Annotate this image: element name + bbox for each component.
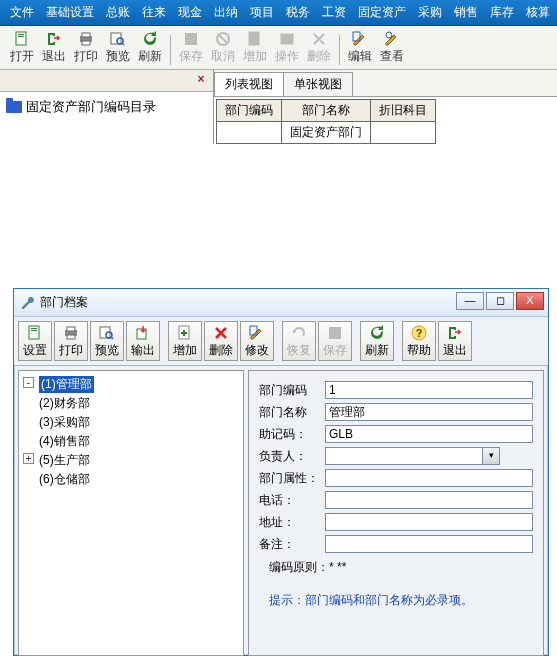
menu-item[interactable]: 固定资产 bbox=[352, 4, 412, 21]
col-header[interactable]: 部门名称 bbox=[282, 100, 371, 122]
dlg-toolbar-edit-button[interactable]: 修改 bbox=[240, 321, 274, 361]
separator bbox=[170, 35, 171, 65]
dlg-toolbar-add-button[interactable]: 增加 bbox=[168, 321, 202, 361]
folder-icon bbox=[6, 101, 22, 113]
menu-item[interactable]: 销售 bbox=[448, 4, 484, 21]
toolbar-label: 保存 bbox=[179, 48, 203, 65]
tree-item[interactable]: (6)仓储部 bbox=[21, 470, 241, 489]
field-label: 备注： bbox=[259, 536, 325, 553]
dropdown-button[interactable]: ▾ bbox=[482, 447, 500, 465]
toolbar-label: 退出 bbox=[42, 48, 66, 65]
separator bbox=[339, 35, 340, 65]
tree-item[interactable]: (4)销售部 bbox=[21, 432, 241, 451]
hint-text: 提示：部门编码和部门名称为必录项。 bbox=[269, 592, 533, 609]
svg-rect-16 bbox=[29, 326, 39, 339]
left-pane-header: × bbox=[0, 70, 213, 92]
expand-toggle[interactable]: - bbox=[23, 377, 34, 388]
tree-item[interactable]: +(5)生产部 bbox=[21, 451, 241, 470]
menu-item[interactable]: 采购 bbox=[412, 4, 448, 21]
svg-rect-10 bbox=[188, 40, 194, 45]
tree-item-label: (3)采购部 bbox=[39, 414, 90, 431]
manager-input[interactable] bbox=[325, 447, 483, 465]
toolbar-label: 恢复 bbox=[287, 342, 311, 359]
menu-item[interactable]: 项目 bbox=[244, 4, 280, 21]
address-input[interactable] bbox=[325, 513, 533, 531]
dlg-toolbar-help-button[interactable]: ?帮助 bbox=[402, 321, 436, 361]
dlg-toolbar-print-button[interactable]: 打印 bbox=[54, 321, 88, 361]
menu-item[interactable]: 基础设置 bbox=[40, 4, 100, 21]
menu-item[interactable]: 总账 bbox=[100, 4, 136, 21]
toolbar-edit-button[interactable]: 编辑 bbox=[344, 30, 376, 65]
menu-item[interactable]: 现金 bbox=[172, 4, 208, 21]
close-icon[interactable]: × bbox=[193, 72, 209, 88]
field-label: 负责人： bbox=[259, 448, 325, 465]
toolbar-label: 刷新 bbox=[365, 342, 389, 359]
dlg-toolbar-delred-button[interactable]: 删除 bbox=[204, 321, 238, 361]
close-button[interactable]: X bbox=[516, 292, 544, 310]
svg-rect-18 bbox=[31, 330, 37, 331]
dept-name-input[interactable] bbox=[325, 403, 533, 421]
tree-item[interactable]: -(1)管理部 bbox=[21, 375, 241, 394]
toolbar-view-button[interactable]: 查看 bbox=[376, 30, 408, 65]
cell bbox=[371, 122, 436, 144]
toolbar-label: 保存 bbox=[323, 342, 347, 359]
menu-item[interactable]: 工资 bbox=[316, 4, 352, 21]
dlg-toolbar-export-button[interactable]: 输出 bbox=[126, 321, 160, 361]
tree-root-label: 固定资产部门编码目录 bbox=[26, 98, 156, 116]
dept-code-input[interactable] bbox=[325, 381, 533, 399]
toolbar-label: 打印 bbox=[74, 48, 98, 65]
toolbar-exit-button[interactable]: 退出 bbox=[38, 30, 70, 65]
wrench-icon bbox=[20, 295, 36, 311]
tree-item[interactable]: (3)采购部 bbox=[21, 413, 241, 432]
right-pane: 列表视图 单张视图 部门编码 部门名称 折旧科目 固定资产部门 bbox=[214, 70, 557, 144]
table-row[interactable]: 固定资产部门 bbox=[217, 122, 436, 144]
tree-item-label: (5)生产部 bbox=[39, 452, 90, 469]
tab-single-view[interactable]: 单张视图 bbox=[283, 72, 353, 96]
toolbar-print-button[interactable]: 打印 bbox=[70, 30, 102, 65]
field-label: 地址： bbox=[259, 514, 325, 531]
expand-toggle[interactable]: + bbox=[23, 453, 34, 464]
menu-item[interactable]: 出纳 bbox=[208, 4, 244, 21]
toolbar-save-button: 保存 bbox=[175, 30, 207, 65]
cell bbox=[217, 122, 282, 144]
menu-item[interactable]: 库存 bbox=[484, 4, 520, 21]
menu-item[interactable]: 往来 bbox=[136, 4, 172, 21]
toolbar-label: 预览 bbox=[106, 48, 130, 65]
toolbar-refresh-button[interactable]: 刷新 bbox=[134, 30, 166, 65]
toolbar-label: 查看 bbox=[380, 48, 404, 65]
col-header[interactable]: 折旧科目 bbox=[371, 100, 436, 122]
toolbar-label: 刷新 bbox=[138, 48, 162, 65]
toolbar-doc-button[interactable]: 打开 bbox=[6, 30, 38, 65]
remark-input[interactable] bbox=[325, 535, 533, 553]
toolbar-label: 增加 bbox=[243, 48, 267, 65]
dlg-toolbar-doc-button[interactable]: 设置 bbox=[18, 321, 52, 361]
tree-root-item[interactable]: 固定资产部门编码目录 bbox=[0, 92, 213, 122]
tree-item[interactable]: (2)财务部 bbox=[21, 394, 241, 413]
minimize-button[interactable]: — bbox=[456, 292, 484, 310]
maximize-button[interactable]: ◻ bbox=[486, 292, 514, 310]
dialog-titlebar[interactable]: 部门档案 — ◻ X bbox=[14, 289, 548, 317]
phone-input[interactable] bbox=[325, 491, 533, 509]
dlg-toolbar-exit-button[interactable]: 退出 bbox=[438, 321, 472, 361]
dlg-toolbar-refresh-button[interactable]: 刷新 bbox=[360, 321, 394, 361]
menu-item[interactable]: 税务 bbox=[280, 4, 316, 21]
toolbar-label: 输出 bbox=[131, 342, 155, 359]
toolbar-label: 修改 bbox=[245, 342, 269, 359]
tab-list-view[interactable]: 列表视图 bbox=[214, 72, 284, 96]
menu-item[interactable]: 核算 bbox=[520, 4, 556, 21]
toolbar-cancel-button: 取消 bbox=[207, 30, 239, 65]
menu-item[interactable]: 文件 bbox=[4, 4, 40, 21]
dept-attr-input[interactable] bbox=[325, 469, 533, 487]
toolbar-label: 删除 bbox=[307, 48, 331, 65]
tabs: 列表视图 单张视图 bbox=[214, 70, 557, 97]
toolbar-label: 预览 bbox=[95, 342, 119, 359]
toolbar-label: 增加 bbox=[173, 342, 197, 359]
toolbar-label: 设置 bbox=[23, 342, 47, 359]
toolbar-label: 编辑 bbox=[348, 48, 372, 65]
dlg-toolbar-preview-button[interactable]: 预览 bbox=[90, 321, 124, 361]
field-label: 部门名称 bbox=[259, 404, 325, 421]
mnemonic-input[interactable] bbox=[325, 425, 533, 443]
col-header[interactable]: 部门编码 bbox=[217, 100, 282, 122]
toolbar-preview-button[interactable]: 预览 bbox=[102, 30, 134, 65]
menubar: 文件基础设置总账往来现金出纳项目税务工资固定资产采购销售库存核算生 bbox=[0, 0, 557, 26]
